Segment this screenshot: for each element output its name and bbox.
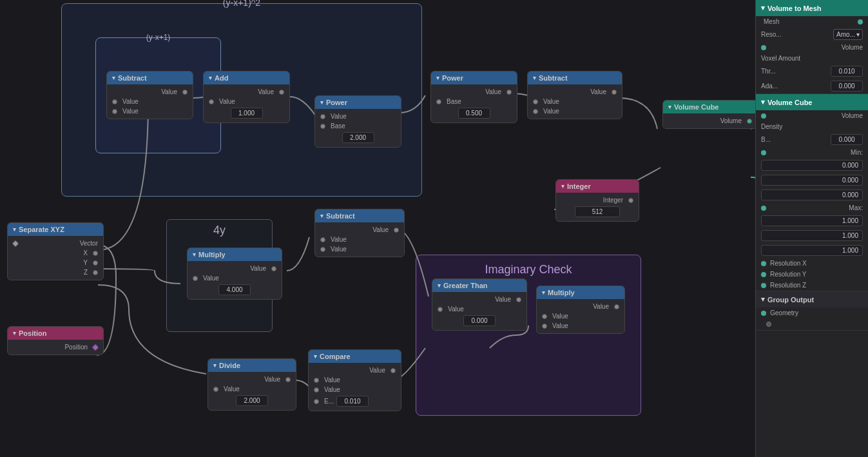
add1-label: Add bbox=[215, 74, 228, 82]
go-geo-label: Geometry bbox=[770, 309, 798, 316]
imaginary-title: Imaginary Check bbox=[485, 263, 572, 277]
divide1-header[interactable]: ▾ Divide bbox=[208, 359, 296, 372]
vc-volume-in-label: Volume bbox=[842, 112, 863, 119]
subtract2-header[interactable]: ▾ Subtract bbox=[528, 72, 622, 84]
vtm-title: Volume to Mesh bbox=[767, 5, 822, 12]
power1-base-box[interactable]: 2.000 bbox=[342, 132, 374, 143]
vc-resy-socket bbox=[761, 272, 766, 277]
conn-mul-sub3 bbox=[287, 237, 309, 271]
subtract3-body: Value Value Value bbox=[315, 222, 404, 257]
subtract2-label: Subtract bbox=[539, 74, 568, 82]
panel-vc-title: Volume Cube bbox=[767, 99, 812, 106]
sep-xyz-z-label: Z bbox=[84, 269, 88, 276]
power2-base-in: Base bbox=[431, 97, 517, 106]
sep-xyz-y-socket bbox=[93, 260, 98, 266]
sub3-val-in2: Value bbox=[315, 244, 404, 254]
go-empty-socket bbox=[766, 322, 771, 327]
greater-than-header[interactable]: ▾ Greater Than bbox=[432, 279, 526, 292]
multiply2-header[interactable]: ▾ Multiply bbox=[537, 286, 624, 299]
multiply2-body: Value Value Value bbox=[537, 299, 624, 333]
volume-cube-body: Volume bbox=[663, 113, 757, 128]
integer-val-box[interactable]: 512 bbox=[575, 206, 620, 217]
position-header[interactable]: ▾ Position bbox=[8, 327, 103, 340]
vtm-thr-label: Thr... bbox=[761, 68, 776, 75]
volume-cube-header[interactable]: ▾ Volume Cube bbox=[663, 101, 757, 113]
vc-min2-box[interactable]: 0.000 bbox=[761, 175, 863, 186]
vc-max1-box[interactable]: 1.000 bbox=[761, 215, 863, 226]
mul1-val-box[interactable]: 4.000 bbox=[218, 284, 251, 295]
group-output-header[interactable]: ▾ Group Output bbox=[756, 291, 868, 307]
right-panel: ▾ Volume to Mesh Mesh Reso... Amo... ▾ V… bbox=[755, 0, 868, 457]
pos-out-row: Position bbox=[8, 342, 103, 352]
vc-resz-socket bbox=[761, 283, 766, 288]
vc-max3-box[interactable]: 1.000 bbox=[761, 245, 863, 256]
vc-min3-box[interactable]: 0.000 bbox=[761, 190, 863, 200]
multiply1-label: Multiply bbox=[198, 251, 226, 258]
mul2-val-in2: Value bbox=[537, 321, 624, 331]
sub2-val-out: Value bbox=[528, 87, 622, 97]
power2-base-box[interactable]: 0.500 bbox=[458, 108, 490, 119]
vc-density-val-box[interactable]: 0.000 bbox=[831, 134, 863, 145]
multiply1-header[interactable]: ▾ Multiply bbox=[188, 248, 282, 261]
power1-label: Power bbox=[326, 99, 347, 106]
gt-val-box[interactable]: 0.000 bbox=[463, 315, 496, 326]
add1-header[interactable]: ▾ Add bbox=[204, 72, 289, 84]
subtract1-header[interactable]: ▾ Subtract bbox=[107, 72, 193, 84]
cmp1-e-box[interactable]: 0.010 bbox=[336, 396, 369, 407]
add1-val-box[interactable]: 1.000 bbox=[231, 108, 263, 119]
add1-val-row: 1.000 bbox=[204, 106, 289, 120]
vc-min1-box[interactable]: 0.000 bbox=[761, 160, 863, 171]
vtm-check: ▾ bbox=[761, 4, 765, 12]
vtm-mesh-socket bbox=[858, 19, 863, 24]
volcube-vol-out: Volume bbox=[663, 116, 757, 126]
integer-body: Integer 512 bbox=[556, 193, 639, 221]
panel-volume-cube-header[interactable]: ▾ Volume Cube bbox=[756, 94, 868, 110]
subtract3-header[interactable]: ▾ Subtract bbox=[315, 209, 404, 222]
sub2-val-in1: Value bbox=[528, 97, 622, 106]
vc-min-label: Min: bbox=[851, 149, 863, 156]
vtm-amo-text: Amo... bbox=[836, 31, 855, 38]
vc-resy-row: Resolution Y bbox=[756, 269, 868, 280]
vtm-mesh-row: Mesh bbox=[756, 16, 868, 27]
power1-body: Value Base 2.000 bbox=[315, 109, 401, 147]
gt-val-out: Value bbox=[432, 295, 526, 304]
go-empty-row bbox=[756, 318, 868, 330]
mul2-val-in1: Value bbox=[537, 311, 624, 321]
vtm-ada-box[interactable]: 0.000 bbox=[831, 81, 863, 92]
vc-max2-box[interactable]: 1.000 bbox=[761, 230, 863, 241]
vtm-ada-label: Ada... bbox=[761, 83, 778, 90]
vtm-ada-row: Ada... 0.000 bbox=[756, 79, 868, 93]
mul2-val-out: Value bbox=[537, 302, 624, 311]
pos-out-socket bbox=[92, 344, 99, 351]
vc-volume-in-socket bbox=[761, 113, 766, 119]
sep-xyz-label: Separate XYZ bbox=[19, 226, 64, 233]
group-output-section: ▾ Group Output Geometry bbox=[756, 291, 868, 331]
sub1-val-out: Value bbox=[107, 87, 193, 97]
power1-header[interactable]: ▾ Power bbox=[315, 96, 401, 109]
sep-xyz-x-socket bbox=[93, 251, 98, 256]
vc-resy-label: Resolution Y bbox=[770, 271, 807, 278]
cmp1-val-out: Value bbox=[309, 365, 401, 375]
mul1-val-row: 4.000 bbox=[188, 283, 282, 297]
conn-sub2-out bbox=[619, 98, 657, 129]
volume-to-mesh-header[interactable]: ▾ Volume to Mesh bbox=[756, 0, 868, 16]
separate-xyz-header[interactable]: ▾ Separate XYZ bbox=[8, 223, 103, 236]
div1-val-box[interactable]: 2.000 bbox=[236, 395, 268, 406]
sep-xyz-vector-row: Vector bbox=[8, 238, 103, 248]
vc-min-socket bbox=[761, 150, 766, 155]
subtract3-node: ▾ Subtract Value Value Value bbox=[314, 209, 405, 257]
integer-header[interactable]: ▾ Integer bbox=[556, 180, 639, 193]
vtm-amo-dropdown[interactable]: Amo... ▾ bbox=[833, 29, 863, 40]
conn-div-comp bbox=[296, 380, 309, 387]
subtract1-node: ▾ Subtract Value Value Value bbox=[106, 71, 193, 119]
position-node: ▾ Position Position bbox=[7, 326, 104, 355]
divide1-body: Value Value 2.000 bbox=[208, 372, 296, 410]
vtm-thr-box[interactable]: 0.010 bbox=[831, 66, 863, 77]
compare1-header[interactable]: ▾ Compare bbox=[309, 350, 401, 363]
div1-val-out: Value bbox=[208, 374, 296, 384]
power2-header[interactable]: ▾ Power bbox=[431, 72, 517, 84]
pos-arrow: ▾ bbox=[13, 330, 16, 336]
vtm-thr-row: Thr... 0.010 bbox=[756, 64, 868, 79]
sep-xyz-x-row: X bbox=[8, 248, 103, 258]
vc-resx-label: Resolution X bbox=[770, 260, 807, 267]
